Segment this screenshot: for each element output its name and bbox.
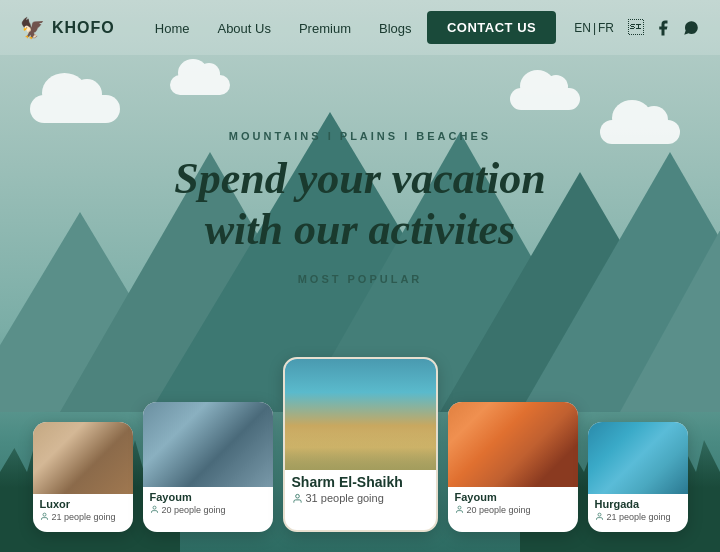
nav-item-premium[interactable]: Premium (299, 19, 351, 37)
hero-title: Spend your vacation with our activites (60, 154, 660, 255)
whatsapp-icon[interactable] (682, 19, 700, 37)
card-people-fayoum2: 20 people going (455, 505, 571, 515)
card-fayoum2[interactable]: Fayoum 20 people going (448, 402, 578, 532)
svg-point-1 (153, 506, 156, 509)
nav-item-blogs[interactable]: Blogs (379, 19, 412, 37)
nav-link-about[interactable]: About Us (217, 21, 270, 36)
card-image-fayoum1 (143, 402, 273, 487)
cloud (510, 88, 580, 110)
card-name-fayoum2: Fayoum (455, 491, 571, 503)
people-icon (150, 505, 159, 514)
language-switcher: EN | FR (574, 21, 614, 35)
people-icon (292, 493, 303, 504)
card-people-hurgada: 21 people going (595, 512, 681, 522)
card-sharm[interactable]: Sharm El-Shaikh 31 people going (283, 357, 438, 532)
card-info-sharm: Sharm El-Shaikh 31 people going (285, 470, 436, 509)
lang-separator: | (593, 21, 596, 35)
card-name-fayoum1: Fayoum (150, 491, 266, 503)
lang-fr[interactable]: FR (598, 21, 614, 35)
card-name-sharm: Sharm El-Shaikh (292, 474, 429, 490)
hero-title-line1: Spend your vacation (174, 154, 546, 203)
card-info-fayoum2: Fayoum 20 people going (448, 487, 578, 520)
card-name-luxor: Luxor (40, 498, 126, 510)
facebook-icon[interactable] (654, 19, 672, 37)
card-image-sharm (285, 359, 436, 470)
card-image-fayoum2 (448, 402, 578, 487)
card-image-luxor (33, 422, 133, 494)
people-icon (595, 512, 604, 521)
nav-link-premium[interactable]: Premium (299, 21, 351, 36)
navbar: 🦅 KHOFO Home About Us Premium Blogs CONT… (0, 0, 720, 55)
destination-cards: Luxor 21 people going Fayoum 20 people g… (20, 357, 700, 532)
lang-en[interactable]: EN (574, 21, 591, 35)
hero-section: MOUNTAINS I PLAINS I BEACHES Spend your … (60, 130, 660, 305)
card-people-luxor: 21 people going (40, 512, 126, 522)
card-info-hurgada: Hurgada 21 people going (588, 494, 688, 527)
contact-us-button[interactable]: CONTACT US (427, 11, 556, 44)
svg-point-3 (458, 506, 461, 509)
most-popular-label: MOST POPULAR (60, 273, 660, 285)
hero-tagline: MOUNTAINS I PLAINS I BEACHES (60, 130, 660, 142)
hero-title-line2: with our activites (205, 205, 515, 254)
cloud (170, 75, 230, 95)
card-luxor[interactable]: Luxor 21 people going (33, 422, 133, 532)
nav-links: Home About Us Premium Blogs (155, 19, 412, 37)
logo-icon: 🦅 (20, 16, 46, 40)
card-people-fayoum1: 20 people going (150, 505, 266, 515)
card-info-luxor: Luxor 21 people going (33, 494, 133, 527)
svg-point-4 (598, 513, 601, 516)
logo[interactable]: 🦅 KHOFO (20, 16, 115, 40)
nav-link-home[interactable]: Home (155, 21, 190, 36)
card-image-hurgada (588, 422, 688, 494)
svg-point-0 (43, 513, 46, 516)
facebook-icon[interactable]:  (628, 19, 644, 37)
nav-item-about[interactable]: About Us (217, 19, 270, 37)
card-info-fayoum1: Fayoum 20 people going (143, 487, 273, 520)
cloud (30, 95, 120, 123)
nav-item-home[interactable]: Home (155, 19, 190, 37)
logo-text: KHOFO (52, 19, 115, 37)
people-icon (455, 505, 464, 514)
social-links:  (628, 19, 700, 37)
card-hurgada[interactable]: Hurgada 21 people going (588, 422, 688, 532)
card-fayoum1[interactable]: Fayoum 20 people going (143, 402, 273, 532)
nav-link-blogs[interactable]: Blogs (379, 21, 412, 36)
people-icon (40, 512, 49, 521)
svg-point-2 (295, 494, 299, 498)
card-people-sharm: 31 people going (292, 492, 429, 504)
beach-overlay (285, 431, 436, 470)
card-name-hurgada: Hurgada (595, 498, 681, 510)
